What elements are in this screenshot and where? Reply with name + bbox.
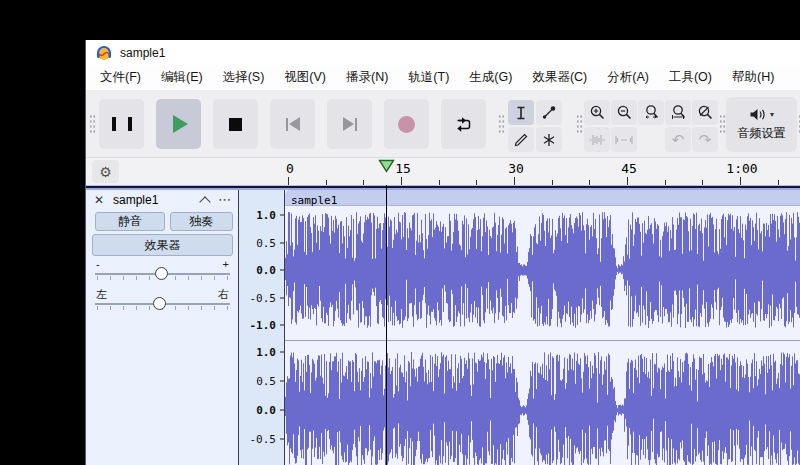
menu-item[interactable]: 工具(O) bbox=[659, 66, 722, 89]
ruler-tick bbox=[401, 177, 402, 185]
menu-bar: 文件(F)编辑(E)选择(S)视图(V)播录(N)轨道(T)生成(G)效果器(C… bbox=[86, 65, 800, 91]
menu-item[interactable]: 播录(N) bbox=[336, 66, 398, 89]
waveform-channel-1[interactable] bbox=[285, 207, 800, 340]
multi-tool-icon bbox=[541, 132, 557, 148]
undo-icon: ↶ bbox=[672, 132, 685, 147]
amplitude-label: 0.5 bbox=[256, 375, 276, 388]
amplitude-tick bbox=[280, 215, 284, 216]
undo-button[interactable]: ↶ bbox=[665, 127, 691, 152]
track-control-panel: ✕ sample1 ⋯ 静音 独奏 效果器 - + 左 右 bbox=[87, 190, 239, 465]
skip-start-icon bbox=[286, 117, 300, 131]
amplitude-tick bbox=[280, 410, 284, 411]
solo-button[interactable]: 独奏 bbox=[170, 212, 233, 231]
silence-audio-button[interactable] bbox=[611, 127, 637, 152]
menu-item[interactable]: 编辑(E) bbox=[151, 66, 213, 89]
trim-audio-button[interactable] bbox=[584, 127, 610, 152]
ruler-tick bbox=[514, 177, 515, 185]
ruler-label: 45 bbox=[621, 161, 637, 176]
redo-button[interactable]: ↷ bbox=[692, 127, 718, 152]
zoom-toggle-icon bbox=[697, 104, 714, 121]
multi-tool-button[interactable] bbox=[536, 127, 562, 152]
gain-slider-thumb[interactable] bbox=[155, 267, 168, 280]
pan-slider[interactable] bbox=[95, 300, 230, 312]
zoom-to-selection-button[interactable] bbox=[638, 100, 664, 125]
amplitude-label: 1.0 bbox=[256, 346, 276, 359]
menu-item[interactable]: 生成(G) bbox=[459, 66, 522, 89]
amplitude-label: -1.0 bbox=[250, 319, 277, 332]
timeline-options-button[interactable]: ⚙ bbox=[92, 160, 119, 183]
ibeam-icon bbox=[513, 105, 529, 121]
ruler-tick bbox=[627, 177, 628, 185]
audacity-window: sample1 文件(F)编辑(E)选择(S)视图(V)播录(N)轨道(T)生成… bbox=[85, 40, 800, 465]
audio-setup-button[interactable]: ▾ 音频设置 bbox=[726, 97, 797, 152]
skip-to-start-button[interactable] bbox=[270, 99, 315, 149]
app-logo-icon bbox=[96, 45, 112, 61]
zoom-out-button[interactable] bbox=[611, 100, 637, 125]
clip-header[interactable]: sample1 bbox=[285, 190, 800, 206]
title-bar: sample1 bbox=[86, 40, 800, 65]
zoom-in-button[interactable] bbox=[584, 100, 610, 125]
menu-item[interactable]: 视图(V) bbox=[274, 66, 336, 89]
track-header: ✕ sample1 ⋯ bbox=[87, 192, 238, 208]
zoom-toggle-button[interactable] bbox=[692, 100, 718, 125]
playhead-marker[interactable] bbox=[378, 159, 395, 173]
skip-end-icon bbox=[343, 117, 357, 131]
effects-button[interactable]: 效果器 bbox=[92, 234, 233, 256]
zoom-out-icon bbox=[616, 104, 633, 121]
menu-item[interactable]: 效果器(C) bbox=[522, 66, 597, 89]
pan-slider-thumb[interactable] bbox=[153, 297, 166, 310]
redo-icon: ↷ bbox=[699, 132, 712, 147]
collapse-track-icon[interactable] bbox=[199, 196, 210, 207]
playhead-line bbox=[386, 185, 387, 465]
amplitude-label: 0.0 bbox=[256, 264, 276, 277]
gear-icon: ⚙ bbox=[99, 164, 112, 180]
amplitude-tick bbox=[280, 352, 284, 353]
window-title: sample1 bbox=[120, 46, 165, 60]
track-menu-icon[interactable]: ⋯ bbox=[218, 192, 232, 207]
silence-audio-icon bbox=[615, 133, 633, 147]
record-icon bbox=[398, 116, 415, 133]
amplitude-tick bbox=[280, 381, 284, 382]
gain-max-label: + bbox=[223, 258, 229, 270]
menu-item[interactable]: 分析(A) bbox=[597, 66, 659, 89]
fit-project-icon bbox=[670, 104, 687, 121]
amplitude-tick bbox=[280, 439, 284, 440]
timeline-ruler[interactable]: ⚙ 01530451:00 bbox=[86, 157, 800, 185]
ruler-label: 1:00 bbox=[726, 161, 757, 176]
pause-button[interactable] bbox=[99, 99, 144, 149]
ruler-label: 0 bbox=[286, 161, 294, 176]
audio-clip[interactable]: sample1 bbox=[285, 190, 800, 465]
amplitude-tick bbox=[280, 325, 284, 326]
mute-button[interactable]: 静音 bbox=[95, 212, 165, 231]
close-track-icon[interactable]: ✕ bbox=[94, 193, 104, 207]
selection-tool-button[interactable] bbox=[508, 100, 534, 125]
menu-item[interactable]: 轨道(T) bbox=[398, 66, 459, 89]
speaker-icon bbox=[749, 107, 767, 122]
ruler-tick bbox=[288, 177, 289, 185]
toolbar: ↶ ↷ ▾ 音频设置 bbox=[86, 91, 800, 157]
menu-item[interactable]: 选择(S) bbox=[213, 66, 275, 89]
menu-item[interactable]: 帮助(H) bbox=[722, 66, 784, 89]
amplitude-label: 0.5 bbox=[256, 236, 276, 249]
record-button[interactable] bbox=[384, 99, 429, 149]
play-button[interactable] bbox=[156, 99, 201, 149]
amplitude-label: 1.0 bbox=[256, 209, 276, 222]
draw-tool-button[interactable] bbox=[508, 127, 534, 152]
tools-toolbar-grip[interactable] bbox=[498, 114, 505, 135]
gain-slider[interactable] bbox=[95, 270, 230, 282]
loop-button[interactable] bbox=[441, 99, 486, 149]
waveform-channel-2[interactable] bbox=[285, 341, 800, 465]
skip-to-end-button[interactable] bbox=[327, 99, 372, 149]
envelope-icon bbox=[541, 105, 557, 121]
track-name[interactable]: sample1 bbox=[113, 193, 158, 207]
pause-icon bbox=[112, 117, 132, 131]
audio-setup-grip[interactable] bbox=[719, 114, 726, 135]
pencil-icon bbox=[513, 132, 529, 148]
fit-project-button[interactable] bbox=[665, 100, 691, 125]
vertical-scale-ruler[interactable]: 1.00.50.0-0.5-1.01.00.50.0-0.5 bbox=[239, 190, 285, 465]
menu-item[interactable]: 文件(F) bbox=[90, 66, 151, 89]
stop-button[interactable] bbox=[213, 99, 258, 149]
envelope-tool-button[interactable] bbox=[536, 100, 562, 125]
transport-toolbar-grip[interactable] bbox=[89, 114, 96, 135]
edit-toolbar-grip[interactable] bbox=[576, 114, 583, 135]
